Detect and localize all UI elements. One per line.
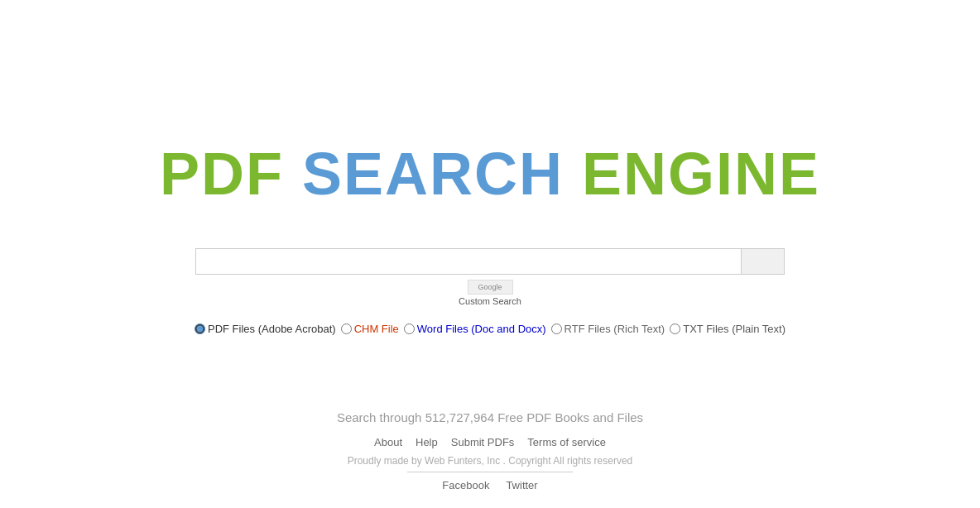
search-bar-row xyxy=(195,248,785,275)
page-title: PDF SEARCH ENGINE xyxy=(160,141,820,207)
title-search: SEARCH xyxy=(302,141,582,207)
filetype-rtf[interactable]: RTF Files (Rich Text) xyxy=(551,323,665,335)
search-button[interactable] xyxy=(742,248,785,275)
footer-link-submit[interactable]: Submit PDFs xyxy=(451,436,515,448)
footer-link-facebook[interactable]: Facebook xyxy=(442,479,489,491)
footer-link-about[interactable]: About xyxy=(374,436,402,448)
stats-text: Search through 512,727,964 Free PDF Book… xyxy=(337,410,643,424)
google-custom-search: Google Custom Search xyxy=(459,280,521,306)
filetype-txt[interactable]: TXT Files (Plain Text) xyxy=(670,323,785,335)
file-types-row: PDF Files (Adobe Acrobat) CHM File Word … xyxy=(195,323,785,335)
footer-link-help[interactable]: Help xyxy=(416,436,438,448)
title-pdf: PDF xyxy=(160,141,302,207)
radio-word[interactable] xyxy=(404,323,415,334)
custom-search-label: Custom Search xyxy=(459,296,521,306)
radio-pdf[interactable] xyxy=(195,323,205,334)
radio-chm[interactable] xyxy=(341,323,352,334)
main-content: PDF SEARCH ENGINE Google Custom Search P… xyxy=(0,0,980,410)
radio-rtf[interactable] xyxy=(551,323,562,334)
search-input[interactable] xyxy=(195,248,742,275)
copyright-text: Proudly made by Web Funters, Inc . Copyr… xyxy=(348,455,633,467)
filetype-pdf[interactable]: PDF Files (Adobe Acrobat) xyxy=(195,323,336,335)
footer-divider xyxy=(407,472,573,472)
footer: Search through 512,727,964 Free PDF Book… xyxy=(0,410,980,508)
footer-link-terms[interactable]: Terms of service xyxy=(527,436,606,448)
google-logo: Google xyxy=(468,280,513,295)
title-engine: ENGINE xyxy=(582,141,820,207)
search-container: Google Custom Search PDF Files (Adobe Ac… xyxy=(0,248,980,335)
radio-txt[interactable] xyxy=(670,323,680,334)
filetype-word[interactable]: Word Files (Doc and Docx) xyxy=(404,323,546,335)
filetype-chm[interactable]: CHM File xyxy=(341,323,399,335)
footer-link-twitter[interactable]: Twitter xyxy=(506,479,537,491)
social-links: Facebook Twitter xyxy=(442,479,537,491)
footer-links: About Help Submit PDFs Terms of service xyxy=(374,436,606,448)
